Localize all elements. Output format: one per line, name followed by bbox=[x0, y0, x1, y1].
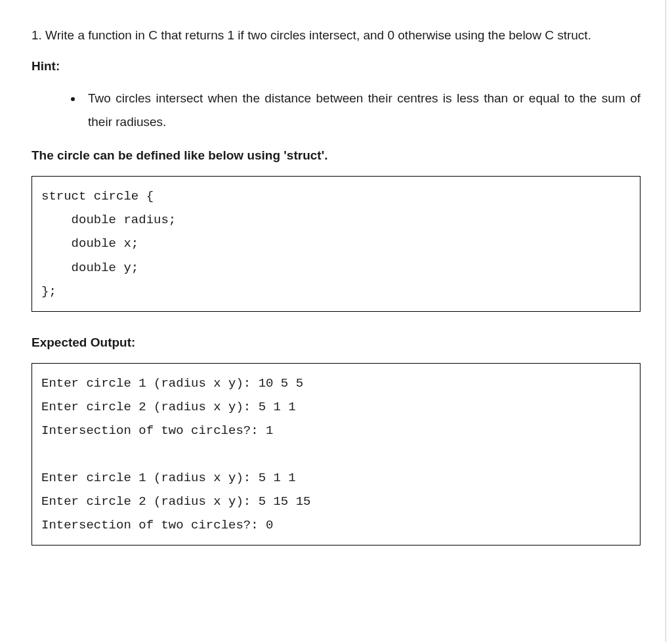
expected-output-heading: Expected Output: bbox=[32, 335, 640, 350]
hint-heading: Hint: bbox=[32, 59, 640, 74]
hint-list: Two circles intersect when the distance … bbox=[32, 87, 640, 134]
struct-code-box: struct circle { double radius; double x;… bbox=[32, 176, 640, 311]
expected-output-box: Enter circle 1 (radius x y): 10 5 5 Ente… bbox=[32, 363, 640, 546]
page-right-edge bbox=[665, 0, 672, 642]
document-content: 1. Write a function in C that returns 1 … bbox=[32, 24, 640, 546]
hint-item: Two circles intersect when the distance … bbox=[83, 87, 640, 134]
question-text: 1. Write a function in C that returns 1 … bbox=[32, 24, 640, 47]
struct-heading: The circle can be defined like below usi… bbox=[32, 148, 640, 163]
